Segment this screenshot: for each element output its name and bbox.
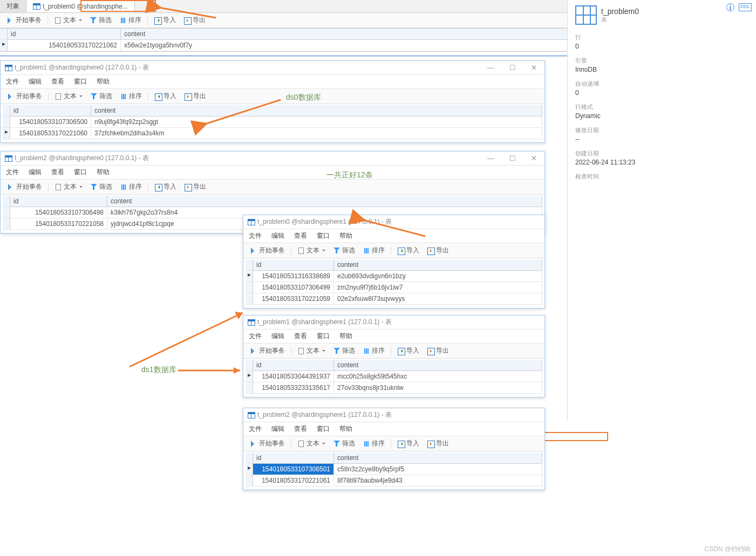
text-button[interactable]: 文本 (51, 181, 86, 193)
watermark: CSDN @铛铛响 (704, 545, 751, 554)
import-button[interactable]: 导入 (394, 345, 423, 356)
menu-help[interactable]: 帮助 (97, 168, 110, 177)
col-id[interactable]: id (10, 105, 91, 116)
col-content[interactable]: content (334, 452, 542, 464)
window-titlebar[interactable]: t_problem1 @shardingsphere1 (127.0.0.1) … (243, 315, 544, 330)
import-button[interactable]: 导入 (151, 91, 180, 102)
col-content[interactable]: content (334, 360, 542, 371)
menu-file[interactable]: 文件 (249, 424, 262, 434)
filter-button[interactable]: 筛选 (87, 181, 115, 193)
menu-view[interactable]: 查看 (294, 231, 307, 241)
begin-transaction-button[interactable]: 开始事务 (247, 345, 288, 356)
begin-transaction-button[interactable]: 开始事务 (4, 181, 45, 193)
col-id[interactable]: id (253, 259, 334, 271)
maximize-button[interactable]: ☐ (506, 64, 519, 72)
close-button[interactable]: ✕ (528, 154, 540, 162)
window-titlebar[interactable]: t_problem0 @shardingsphere1 (127.0.0.1) … (243, 215, 544, 229)
table-row[interactable]: 1540180533107306499zm2nyu9f7j6b16jv1iw7 (246, 282, 542, 293)
col-content[interactable]: content (107, 196, 542, 207)
menu-edit[interactable]: 编辑 (271, 231, 284, 241)
begin-transaction-button[interactable]: 开始事务 (4, 91, 45, 102)
text-button[interactable]: 文本 (294, 438, 329, 449)
export-button[interactable]: 导出 (424, 345, 452, 356)
col-id[interactable]: id (8, 29, 121, 40)
table-row[interactable]: 1540180533107306500n9uj8fg43fq92zp2sggt (3, 116, 542, 128)
menu-file[interactable]: 文件 (249, 231, 262, 241)
sort-button[interactable]: 排序 (117, 181, 145, 193)
sort-button[interactable]: 排序 (116, 15, 145, 26)
menu-window[interactable]: 窗口 (317, 332, 330, 341)
menu-view[interactable]: 查看 (51, 77, 64, 86)
window-titlebar[interactable]: t_problem2 @shardingsphere0 (127.0.0.1) … (1, 152, 544, 166)
text-button[interactable]: 文本 (294, 245, 329, 256)
menu-view[interactable]: 查看 (294, 332, 307, 341)
import-button[interactable]: 导入 (394, 438, 423, 449)
menu-help[interactable]: 帮助 (339, 332, 352, 341)
menu-help[interactable]: 帮助 (97, 77, 110, 86)
menu-edit[interactable]: 编辑 (271, 424, 284, 434)
sort-button[interactable]: 排序 (359, 345, 388, 356)
import-button[interactable]: 导入 (151, 181, 180, 193)
menu-view[interactable]: 查看 (51, 168, 64, 177)
filter-button[interactable]: 筛选 (87, 91, 115, 102)
export-button[interactable]: 导出 (424, 245, 452, 256)
col-id[interactable]: id (253, 452, 334, 464)
minimize-button[interactable]: — (484, 154, 498, 162)
close-button[interactable]: ✕ (528, 64, 540, 72)
table-row[interactable]: ▸154018053317022106037zfchkebm2diha3s4km (3, 128, 542, 139)
filter-button[interactable]: 筛选 (330, 438, 358, 449)
table-row[interactable]: 154018053323313561727ov33bqns8jr31uknlw (246, 382, 542, 394)
menu-window[interactable]: 窗口 (74, 77, 87, 86)
sort-button[interactable]: 排序 (359, 438, 388, 449)
begin-transaction-button[interactable]: 开始事务 (3, 15, 45, 26)
window-titlebar[interactable]: t_problem2 @shardingsphere1 (127.0.0.1) … (243, 408, 544, 422)
menu-window[interactable]: 窗口 (74, 168, 87, 177)
begin-transaction-button[interactable]: 开始事务 (247, 438, 288, 449)
text-button[interactable]: 文本 (51, 15, 85, 26)
table-row[interactable]: 15401805331702210618f78ti97baubw4je9d43 (246, 475, 542, 486)
menu-help[interactable]: 帮助 (339, 424, 352, 434)
filter-button[interactable]: 筛选 (330, 345, 358, 356)
ddl-icon[interactable]: DDL (739, 3, 752, 11)
maximize-button[interactable]: ☐ (506, 154, 519, 162)
cell-id: 1540180531316338689 (253, 271, 334, 282)
window-title: t_problem1 @shardingsphere1 (127.0.0.1) … (257, 318, 392, 327)
export-button[interactable]: 导出 (181, 91, 209, 102)
menu-edit[interactable]: 编辑 (271, 332, 284, 341)
menu-file[interactable]: 文件 (6, 77, 19, 86)
text-button[interactable]: 文本 (51, 91, 86, 102)
table-row[interactable]: ▸1540180531316338689e2ub693dvdigvn6n1bzy (246, 271, 542, 282)
table-row[interactable]: 154018053317022105902e2xfsuw8l73sqvwyys (246, 293, 542, 305)
table-row[interactable]: ▸1540180533107306501c58n3z2cye8by9q5rpf5 (246, 464, 542, 475)
menu-file[interactable]: 文件 (249, 332, 262, 341)
import-button[interactable]: 导入 (394, 245, 423, 256)
col-content[interactable]: content (91, 105, 542, 116)
doc-icon (55, 93, 62, 100)
minimize-button[interactable]: — (484, 64, 498, 72)
menu-view[interactable]: 查看 (294, 424, 307, 434)
col-id[interactable]: id (253, 360, 334, 371)
col-content[interactable]: content (334, 259, 542, 271)
menu-edit[interactable]: 编辑 (29, 168, 42, 177)
text-button[interactable]: 文本 (294, 345, 329, 356)
filter-button[interactable]: 筛选 (330, 245, 358, 256)
menu-help[interactable]: 帮助 (339, 231, 352, 241)
sort-button[interactable]: 排序 (359, 245, 388, 256)
sort-button[interactable]: 排序 (117, 91, 145, 102)
table-row[interactable]: ▸1540180533044391937mcc0h25s8gk59t545hxc (246, 371, 542, 382)
menu-window[interactable]: 窗口 (317, 424, 330, 434)
export-button[interactable]: 导出 (180, 15, 209, 26)
menu-window[interactable]: 窗口 (317, 231, 330, 241)
tab-objects[interactable]: 对象 (0, 0, 26, 12)
export-button[interactable]: 导出 (181, 181, 209, 193)
info-icon[interactable]: i (726, 3, 734, 11)
begin-transaction-button[interactable]: 开始事务 (247, 245, 288, 256)
export-button[interactable]: 导出 (424, 438, 452, 449)
menu-file[interactable]: 文件 (6, 168, 19, 177)
window-titlebar[interactable]: t_problem1 @shardingsphere0 (127.0.0.1) … (1, 61, 544, 75)
menu-edit[interactable]: 编辑 (29, 77, 42, 86)
filter-button[interactable]: 筛选 (86, 15, 115, 26)
import-button[interactable]: 导入 (151, 15, 179, 26)
child-toolbar: 开始事务 文本 筛选 排序 导入 导出 (243, 243, 544, 258)
col-id[interactable]: id (10, 196, 107, 207)
